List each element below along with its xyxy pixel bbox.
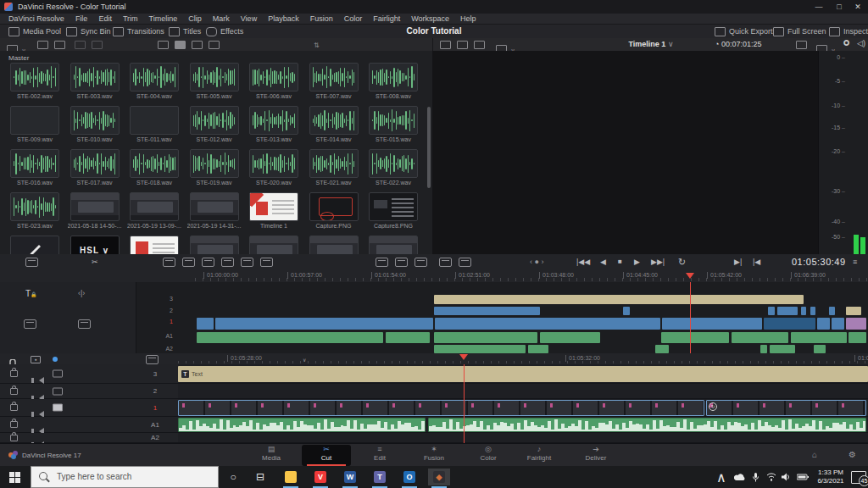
- close-up-icon[interactable]: [221, 258, 234, 267]
- menu-davinci-resolve[interactable]: DaVinci Resolve: [8, 14, 64, 23]
- go-to-start-button[interactable]: |◀◀: [576, 254, 590, 269]
- taskbar-app-task-view[interactable]: ⊟: [249, 469, 271, 485]
- media-clip[interactable]: STE-006.wav: [249, 63, 298, 99]
- smart-insert-icon[interactable]: [163, 258, 175, 267]
- detail-playhead[interactable]: [464, 364, 465, 443]
- audio-clip[interactable]: [178, 418, 426, 432]
- timeline-options-icon-2[interactable]: [395, 258, 408, 267]
- taskbar-search-input[interactable]: Type here to search: [31, 466, 219, 488]
- overview-playhead-marker[interactable]: [686, 273, 694, 279]
- track-lock-icon[interactable]: [10, 404, 18, 411]
- media-clip[interactable]: 2021-05-18 14-50-...: [70, 192, 120, 229]
- media-clip[interactable]: STE-009.wav: [10, 106, 59, 142]
- timeline-clip[interactable]: [434, 345, 526, 353]
- timeline-clip[interactable]: [829, 307, 835, 315]
- timeline-clip[interactable]: [768, 307, 775, 315]
- tab-fusion[interactable]: ✶Fusion: [409, 445, 459, 466]
- timeline-clip[interactable]: [814, 345, 826, 353]
- source-overwrite-icon[interactable]: [260, 258, 273, 267]
- tab-edit[interactable]: ≡Edit: [355, 445, 404, 466]
- track-header-1[interactable]: 1: [0, 399, 178, 417]
- media-clip[interactable]: STE-014.wav: [309, 106, 359, 142]
- media-clip[interactable]: STE-004.wav: [130, 63, 179, 99]
- menu-workspace[interactable]: Workspace: [411, 14, 449, 23]
- play-button[interactable]: ▶: [634, 254, 640, 269]
- timeline-clip[interactable]: [197, 332, 383, 343]
- media-clip[interactable]: [309, 236, 359, 254]
- media-clip[interactable]: STE-002.wav: [10, 63, 59, 99]
- timeline-clip[interactable]: [817, 318, 830, 330]
- menu-trim[interactable]: Trim: [123, 14, 138, 23]
- media-clip[interactable]: [10, 236, 59, 254]
- microphone-icon[interactable]: [753, 466, 759, 488]
- taskbar-clock[interactable]: 1:33 PM 6/3/2021: [810, 469, 851, 485]
- add-bin-icon[interactable]: [37, 41, 48, 49]
- timeline-clip[interactable]: [770, 345, 795, 353]
- media-clip[interactable]: [369, 236, 418, 254]
- media-clip[interactable]: STE-022.wav: [369, 149, 418, 186]
- notification-center-icon[interactable]: 45: [851, 471, 866, 484]
- track-mute-icon[interactable]: [39, 377, 44, 384]
- timeline-clip[interactable]: [540, 332, 600, 343]
- media-clip[interactable]: [130, 236, 179, 254]
- track-header-A1[interactable]: A1: [0, 417, 178, 433]
- add-smart-bin-icon[interactable]: [54, 41, 65, 49]
- detail-ruler[interactable]: 01:05:28:0001:05:32:0001:05:36:00 ∨ ●: [0, 353, 868, 365]
- overview-ruler[interactable]: 01:00:00:0001:00:57:0001:01:54:0001:02:5…: [0, 269, 868, 283]
- marker-icon[interactable]: ●: [31, 356, 41, 363]
- audio-icon[interactable]: ◁): [857, 39, 865, 47]
- track-header-2[interactable]: 2: [0, 384, 178, 399]
- media-clip[interactable]: STE-019.wav: [190, 149, 239, 186]
- track-lock-icon[interactable]: [10, 421, 18, 428]
- timeline-clip[interactable]: [777, 307, 798, 315]
- battery-icon[interactable]: [797, 466, 809, 488]
- track-monitor-icon[interactable]: [53, 387, 63, 395]
- media-clip[interactable]: STE-016.wav: [10, 149, 59, 186]
- multicam-icon[interactable]: [796, 41, 807, 49]
- media-clip[interactable]: STE-011.wav: [130, 106, 179, 142]
- timeline-clip[interactable]: [849, 332, 866, 343]
- media-clip[interactable]: STE-003.wav: [70, 63, 120, 99]
- ripple-overwrite-icon[interactable]: [202, 258, 214, 267]
- menu-view[interactable]: View: [241, 14, 257, 23]
- taskbar-app-cortana[interactable]: ○: [222, 469, 244, 485]
- media-clip[interactable]: HSL ∨: [70, 236, 120, 254]
- timeline-clip[interactable]: [435, 318, 660, 330]
- split-clip-icon[interactable]: ✂: [92, 254, 98, 269]
- link-icon[interactable]: [75, 41, 86, 49]
- text-title-clip[interactable]: TText: [178, 366, 868, 382]
- timeline-clip[interactable]: [434, 307, 540, 315]
- onedrive-cloud-icon[interactable]: [734, 466, 746, 488]
- timeline-clip[interactable]: [434, 332, 537, 343]
- timeline-clip[interactable]: [662, 318, 762, 330]
- media-clip[interactable]: STE-021.wav: [309, 149, 359, 186]
- menu-file[interactable]: File: [75, 14, 88, 23]
- media-clip[interactable]: 2021-05-19 14-31-...: [190, 192, 239, 229]
- tab-color[interactable]: ◎Color: [464, 445, 513, 466]
- sort-icon[interactable]: ⇅: [314, 42, 320, 49]
- media-clip[interactable]: STE-007.wav: [309, 63, 359, 99]
- menu-color[interactable]: Color: [344, 14, 363, 23]
- timeline-clip[interactable]: [655, 345, 669, 353]
- wifi-icon[interactable]: [766, 466, 776, 488]
- timeline-clip[interactable]: [661, 332, 729, 343]
- timeline-clip[interactable]: [434, 295, 804, 304]
- media-clip[interactable]: [190, 236, 239, 254]
- list-view-icon[interactable]: [209, 41, 220, 49]
- menu-timeline[interactable]: Timeline: [149, 14, 178, 23]
- menu-fairlight[interactable]: Fairlight: [373, 14, 400, 23]
- menu-playback[interactable]: Playback: [268, 14, 299, 23]
- play-around-icon[interactable]: ▶|: [734, 254, 742, 269]
- track-lock-icon[interactable]: [10, 388, 18, 395]
- media-clip[interactable]: STE-017.wav: [70, 149, 120, 186]
- media-clip[interactable]: Timeline 1: [249, 192, 298, 229]
- media-clip[interactable]: Capture8.PNG: [369, 192, 418, 229]
- media-clip[interactable]: STE-008.wav: [369, 63, 418, 99]
- minimize-button[interactable]: —: [814, 2, 824, 12]
- timeline-clip[interactable]: [386, 332, 430, 343]
- timeline-clip[interactable]: [732, 332, 788, 343]
- media-clip[interactable]: 2021-05-19 13-09-...: [130, 192, 179, 229]
- taskbar-app-file-explorer[interactable]: [280, 469, 302, 485]
- video-clip[interactable]: ↻: [706, 400, 866, 416]
- timeline-clip[interactable]: [801, 307, 806, 315]
